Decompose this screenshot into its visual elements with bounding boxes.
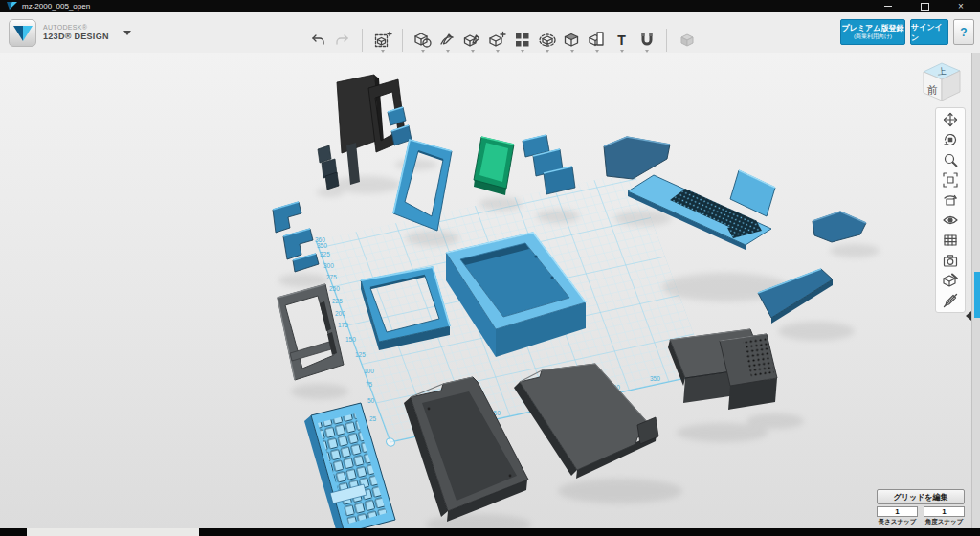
- modify-icon: [488, 31, 507, 50]
- svg-text:325: 325: [320, 251, 330, 257]
- snap-magnet-icon: [637, 31, 657, 50]
- flat-panel-part[interactable]: [730, 170, 775, 216]
- collapsed-panel-strip[interactable]: [974, 272, 980, 318]
- view-cube-top-label: 上: [937, 66, 947, 77]
- zigzag-bracket-parts[interactable]: [273, 202, 319, 272]
- angle-snap-input[interactable]: [924, 506, 965, 517]
- minimize-icon[interactable]: [882, 1, 894, 11]
- svg-text:75: 75: [366, 381, 373, 388]
- svg-text:125: 125: [355, 351, 366, 358]
- sketch-icon: [438, 31, 457, 50]
- premium-label: プレミアム版登録: [841, 24, 904, 34]
- undo-icon: [308, 31, 327, 50]
- app-window: mz-2000_005_open × AUTODESK® 123D® DESIG…: [0, 0, 980, 536]
- text-button[interactable]: T: [611, 28, 633, 54]
- combine-icon: [563, 31, 582, 50]
- tool-strip: T: [306, 27, 698, 54]
- svg-text:350: 350: [650, 375, 660, 382]
- modify-button[interactable]: [486, 28, 508, 54]
- help-button[interactable]: ?: [953, 19, 974, 45]
- zoom-button[interactable]: [940, 151, 961, 168]
- brand-text: AUTODESK® 123D® DESIGN: [43, 24, 109, 41]
- group-button[interactable]: [536, 28, 558, 54]
- small-wedge-part[interactable]: [813, 212, 866, 242]
- pan-icon: [942, 111, 959, 128]
- hidden-sketch-icon: [942, 292, 959, 309]
- navigation-toolbar: [935, 107, 966, 313]
- split-button[interactable]: [586, 28, 608, 54]
- sketch-visibility-button[interactable]: [940, 292, 961, 309]
- side-wedge-part[interactable]: [604, 137, 670, 179]
- grid-icon: [942, 232, 959, 249]
- pcb-part[interactable]: [474, 137, 514, 195]
- fit-view-icon: [942, 171, 959, 189]
- visibility-button[interactable]: [940, 212, 961, 229]
- zoom-icon: [942, 151, 959, 168]
- redo-button[interactable]: [331, 28, 353, 54]
- undo-button[interactable]: [306, 28, 328, 54]
- app-logo-icon: [7, 2, 17, 11]
- length-snap-input[interactable]: [877, 506, 918, 517]
- svg-text:100: 100: [364, 368, 374, 374]
- view-mode-button[interactable]: [940, 191, 961, 209]
- construct-button[interactable]: [461, 28, 483, 54]
- svg-text:250: 250: [329, 285, 340, 292]
- premium-sublabel: (商業利用向け): [841, 34, 904, 40]
- insert-transform-button[interactable]: [371, 28, 393, 54]
- taskbar-item[interactable]: [27, 528, 199, 536]
- view-cube-front-label: 前: [926, 84, 938, 96]
- material-view-button[interactable]: [940, 272, 961, 289]
- keyboard-part[interactable]: [304, 403, 395, 528]
- split-icon: [588, 31, 607, 50]
- svg-text:350: 350: [317, 242, 327, 249]
- grid-snap-panel: グリッドを編集 長さスナップ 角度スナップ: [877, 489, 965, 526]
- primitives-button[interactable]: [412, 28, 434, 54]
- svg-text:150: 150: [345, 336, 356, 343]
- group-icon: [538, 31, 557, 50]
- svg-text:200: 200: [335, 310, 345, 317]
- orbit-icon: [942, 131, 959, 148]
- taskbar: [0, 528, 980, 536]
- sketch-button[interactable]: [436, 28, 458, 54]
- 3d-viewport[interactable]: 3603503253002752502252001751501251007550…: [0, 53, 980, 528]
- svg-text:300: 300: [323, 262, 334, 269]
- pattern-button[interactable]: [511, 28, 533, 54]
- view-mode-icon: [942, 191, 959, 209]
- material-brush-icon: [942, 272, 959, 289]
- panel-expand-arrow-icon[interactable]: [966, 311, 971, 321]
- brand-logo-icon: [9, 19, 36, 47]
- length-snap-label: 長さスナップ: [879, 518, 917, 526]
- chevron-down-icon: [123, 31, 131, 35]
- view-cube[interactable]: 上 前: [916, 56, 968, 107]
- redo-icon: [333, 31, 352, 50]
- title-bar: mz-2000_005_open ×: [0, 0, 980, 12]
- snapshot-button[interactable]: [940, 252, 961, 269]
- svg-text:25: 25: [369, 415, 377, 422]
- text-tool-icon: T: [617, 33, 626, 48]
- maximize-icon[interactable]: [919, 1, 930, 11]
- orbit-button[interactable]: [940, 131, 961, 148]
- pattern-icon: [513, 31, 532, 50]
- sign-in-button[interactable]: サインイン: [910, 19, 948, 45]
- pan-button[interactable]: [940, 111, 961, 128]
- material-button[interactable]: [676, 28, 698, 54]
- app-menu-button[interactable]: AUTODESK® 123D® DESIGN: [9, 19, 131, 47]
- toolbar-separator: [666, 29, 667, 52]
- toolbar-separator: [402, 29, 403, 52]
- window-title: mz-2000_005_open: [22, 2, 90, 11]
- svg-text:50: 50: [368, 397, 375, 404]
- close-icon[interactable]: ×: [955, 1, 967, 11]
- combine-button[interactable]: [561, 28, 583, 54]
- step-bracket-part[interactable]: [523, 135, 575, 194]
- edit-grid-button[interactable]: グリッドを編集: [877, 489, 965, 504]
- svg-text:225: 225: [332, 298, 343, 304]
- eye-icon: [942, 212, 959, 229]
- fit-view-button[interactable]: [940, 171, 961, 189]
- toolbar-separator: [362, 29, 363, 52]
- premium-register-button[interactable]: プレミアム版登録 (商業利用向け): [840, 19, 905, 45]
- angle-snap-label: 角度スナップ: [925, 518, 964, 526]
- grid-settings-button[interactable]: [940, 232, 961, 249]
- snap-button[interactable]: [635, 28, 657, 54]
- speaker-panel-part[interactable]: [720, 334, 777, 410]
- small-connector-parts[interactable]: [318, 145, 339, 190]
